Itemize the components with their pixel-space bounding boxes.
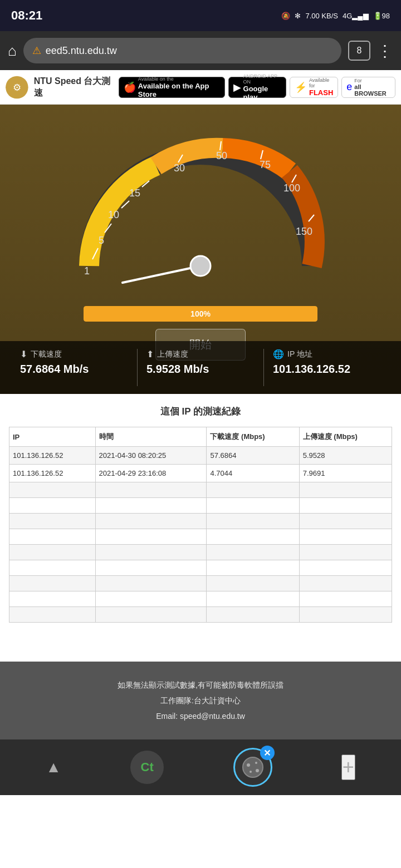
warning-icon: ⚠ — [32, 45, 41, 57]
signal-icon: 4G▂▄▆ — [343, 12, 369, 20]
more-menu-button[interactable]: ⋮ — [377, 42, 393, 60]
table-row — [9, 498, 392, 514]
browser-available: For — [354, 78, 390, 83]
site-footer: 如果無法顯示測試數據,有可能被防毒軟體所誤擋 工作團隊:台大計資中心 Email… — [0, 662, 401, 739]
svg-point-24 — [255, 762, 257, 764]
tab-count-button[interactable]: 8 — [348, 41, 370, 61]
svg-text:150: 150 — [296, 226, 312, 237]
footer-line3: Email: speed@ntu.edu.tw — [11, 708, 390, 724]
svg-text:5: 5 — [99, 235, 104, 246]
speedometer-section: 1 5 10 15 30 50 75 100 150 — [0, 105, 401, 394]
download-label: ⬇ 下載速度 — [20, 349, 62, 359]
apple-icon: 🍎 — [124, 81, 136, 93]
appstore-available: Available on the — [138, 76, 220, 82]
browser-label: all BROWSER — [354, 83, 390, 97]
googleplay-badge[interactable]: ▶ ANDROID APP ON Google play — [228, 77, 286, 98]
googleplay-icon: ▶ — [233, 81, 241, 93]
footer-line2: 工作團隊:台大計資中心 — [11, 693, 390, 708]
table-row — [9, 560, 392, 576]
status-icons: 🔕 ✻ 7.00 KB/S 4G▂▄▆ 🔋98 — [281, 12, 390, 20]
browser-badge[interactable]: e For all BROWSER — [341, 77, 395, 98]
url-text: eed5.ntu.edu.tw — [46, 45, 332, 57]
svg-text:⚙: ⚙ — [13, 82, 21, 92]
svg-text:30: 30 — [174, 162, 185, 174]
appstore-label: Available on the App Store — [138, 82, 220, 98]
download-stat: ⬇ 下載速度 57.6864 Mb/s — [11, 349, 138, 386]
svg-text:100: 100 — [283, 183, 300, 194]
ip-label: 🌐 IP 地址 — [273, 349, 312, 359]
svg-point-22 — [243, 757, 263, 777]
header-badges: 🍎 Available on the Available on the App … — [119, 77, 395, 98]
table-row — [9, 591, 392, 607]
footer-line1: 如果無法顯示測試數據,有可能被防毒軟體所誤擋 — [11, 677, 390, 693]
stats-row: ⬇ 下載速度 57.6864 Mb/s ⬆ 上傳速度 5.9528 Mb/s 🌐… — [0, 341, 401, 394]
ie-icon: e — [346, 81, 352, 93]
table-row — [9, 545, 392, 560]
svg-text:10: 10 — [108, 209, 119, 220]
nav-close-badge[interactable]: ✕ — [260, 746, 275, 760]
col-time: 時間 — [95, 427, 207, 447]
site-header: ⚙ NTU Speed 台大測速 🍎 Available on the Avai… — [0, 70, 401, 105]
speed-records-table: IP 時間 下載速度 (Mbps) 上傳速度 (Mbps) 101.136.12… — [9, 427, 392, 623]
ip-value: 101.136.126.52 — [273, 363, 350, 376]
svg-point-23 — [247, 763, 250, 767]
appstore-badge[interactable]: 🍎 Available on the Available on the App … — [119, 77, 225, 98]
table-row: 101.136.126.522021-04-29 23:16:084.70447… — [9, 465, 392, 482]
table-section: 這個 IP 的測速紀錄 IP 時間 下載速度 (Mbps) 上傳速度 (Mbps… — [0, 394, 401, 634]
svg-text:1: 1 — [84, 265, 90, 277]
nav-avatar[interactable]: Ct — [130, 751, 164, 784]
status-time: 08:21 — [11, 8, 42, 23]
spacer — [0, 634, 401, 662]
table-row — [9, 607, 392, 623]
upload-icon: ⬆ — [146, 349, 154, 359]
avatar-label: Ct — [141, 760, 154, 775]
googleplay-available: ANDROID APP ON — [243, 73, 281, 85]
upload-stat: ⬆ 上傳速度 5.9528 Mb/s — [138, 349, 264, 386]
col-ip: IP — [9, 427, 96, 447]
table-row: 101.136.126.522021-04-30 08:20:2557.6864… — [9, 447, 392, 465]
notification-icon: 🔕 — [281, 12, 290, 20]
upload-value: 5.9528 Mb/s — [146, 363, 209, 376]
back-button[interactable]: ▲ — [46, 758, 61, 776]
url-bar[interactable]: ⚠ eed5.ntu.edu.tw — [23, 38, 341, 63]
col-download: 下載速度 (Mbps) — [207, 427, 299, 447]
speedometer-gauge: 1 5 10 15 30 50 75 100 150 — [56, 110, 345, 299]
progress-bar: 100% — [84, 306, 317, 322]
col-upload: 上傳速度 (Mbps) — [299, 427, 392, 447]
progress-fill: 100% — [84, 306, 317, 322]
table-title: 這個 IP 的測速紀錄 — [9, 405, 392, 418]
svg-point-25 — [256, 769, 259, 772]
site-logo: ⚙ — [6, 75, 28, 100]
upload-label: ⬆ 上傳速度 — [146, 349, 188, 359]
flash-available: Available for — [309, 77, 333, 88]
googleplay-label: Google play — [243, 85, 281, 101]
download-icon: ⬇ — [20, 349, 27, 359]
svg-text:75: 75 — [260, 159, 271, 170]
site-title: NTU Speed 台大測速 — [34, 76, 113, 99]
browser-bar: ⌂ ⚠ eed5.ntu.edu.tw 8 ⋮ — [0, 31, 401, 70]
bottom-nav: ▲ Ct ✕ + — [0, 739, 401, 795]
svg-point-21 — [190, 256, 211, 276]
home-button[interactable]: ⌂ — [8, 42, 17, 60]
flash-badge[interactable]: ⚡ Available for FLASH — [290, 77, 338, 98]
battery-icon: 🔋98 — [373, 12, 390, 20]
add-tab-button[interactable]: + — [341, 754, 355, 780]
status-bar: 08:21 🔕 ✻ 7.00 KB/S 4G▂▄▆ 🔋98 — [0, 0, 401, 31]
svg-text:15: 15 — [129, 188, 140, 199]
progress-label: 100% — [190, 309, 211, 318]
table-header-row: IP 時間 下載速度 (Mbps) 上傳速度 (Mbps) — [9, 427, 392, 447]
nav-center-button[interactable]: ✕ — [233, 748, 272, 787]
bluetooth-icon: ✻ — [295, 12, 301, 20]
globe-icon: 🌐 — [273, 349, 284, 359]
flash-icon: ⚡ — [295, 81, 307, 93]
table-row — [9, 482, 392, 498]
svg-line-20 — [123, 266, 200, 283]
ip-stat: 🌐 IP 地址 101.136.126.52 — [264, 349, 390, 386]
settings-icon — [241, 755, 265, 780]
svg-point-26 — [250, 771, 252, 773]
network-speed: 7.00 KB/S — [305, 12, 338, 20]
table-row — [9, 529, 392, 545]
flash-label: FLASH — [309, 88, 333, 97]
svg-text:50: 50 — [216, 150, 227, 161]
table-row — [9, 514, 392, 529]
